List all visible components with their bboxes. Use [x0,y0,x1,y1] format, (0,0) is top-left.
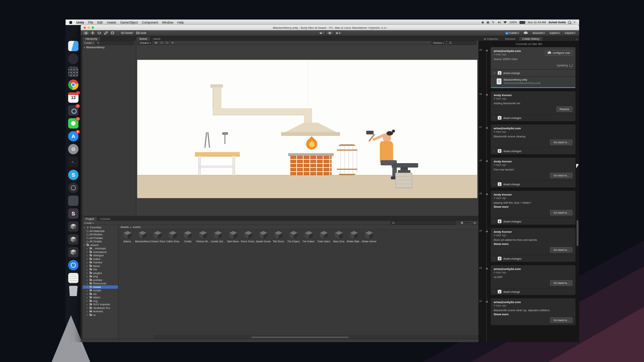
asset-changes-row[interactable]: ›1Asset change [491,180,575,187]
asset-changes-row[interactable]: ›6Asset changes [491,218,575,225]
commit-card[interactable]: arisa@unity3d.com4 days agoBlacksmith sc… [491,124,575,154]
foldout-arrow-icon[interactable]: ▸ [86,303,88,306]
commit-card[interactable]: Andy Keener4 days agoFire now fancier!Go… [491,158,575,187]
tree-folder-svg-importer[interactable]: ▸SVG Importer [83,303,118,306]
asset-changes-row[interactable]: ›1Asset change [491,288,575,295]
tree-favorite-all-prefabs[interactable]: All Prefabs [83,236,118,240]
foldout-arrow-icon[interactable]: ▸ [86,310,88,313]
wifi-icon[interactable] [504,21,507,24]
asset-changes-row[interactable]: ∨1Asset change [491,69,575,76]
tree-favorite-all-materials[interactable]: All Materials [83,229,118,233]
dock-icon-recorder[interactable] [68,183,78,193]
tab-project[interactable]: Project [83,217,97,221]
rect-tool-button[interactable] [109,31,116,35]
asset-item[interactable]: Main Menu [225,230,241,243]
go-back-to-button[interactable]: Go back to... [550,317,573,323]
hand-tool-button[interactable] [83,31,89,35]
commit-card[interactable]: Andy Keener4 days agoAdding blacksmith a… [491,91,575,121]
dock-icon-launchpad[interactable] [68,67,78,77]
chevron-right-icon[interactable]: › [494,150,496,152]
foldout-arrow-icon[interactable]: ▸ [86,265,88,267]
panel-menu-icon[interactable]: ≡ [576,38,578,41]
dock-icon-slack[interactable]: S [68,208,78,219]
menu-help[interactable]: Help [177,21,183,24]
dock-icon-finder[interactable] [68,41,78,51]
breadcrumb-folder[interactable]: rooms [133,225,141,229]
commit-card[interactable]: Andy Keener4 days agoMore art added for … [491,228,575,262]
dock-icon-messages[interactable]: 12 [68,118,78,129]
collab-button[interactable]: ▲ Collab ▾ [504,31,520,35]
foldout-arrow-icon[interactable]: ▸ [86,247,88,250]
project-search-input[interactable] [390,221,456,225]
scene-viewport[interactable] [136,45,478,216]
thumbnail-zoom-slider[interactable] [458,222,471,223]
asset-item[interactable]: Whale Walk... [346,230,361,243]
tree-folder-scripts[interactable]: ▸scripts [83,289,118,292]
menu-window[interactable]: Window [162,21,173,24]
foldout-arrow-icon[interactable]: ▾ [83,226,85,229]
tree-folder-png[interactable]: ▸png [83,275,118,278]
foldout-arrow-icon[interactable]: ▸ [86,254,88,257]
dock-icon-skype[interactable]: S [68,170,78,180]
tree-favorite-all-scripts[interactable]: All Scripts [83,240,118,243]
pause-button[interactable] [326,31,334,35]
layout-dropdown[interactable]: Layout▾ [563,31,577,35]
hierarchy-item-scene-root[interactable]: ▾ Blacksmithery [83,45,136,50]
commit-card[interactable]: arisa@unity3d.com4 days agoBlacksmith sc… [491,298,575,325]
rotation-toggle-button[interactable]: Local [135,31,148,35]
asset-item[interactable]: Bakery [120,230,135,243]
asset-item[interactable]: Coffee Shop [165,230,180,243]
asset-item[interactable]: Huddle Sch... [210,230,225,243]
foldout-arrow-icon[interactable]: ▸ [86,286,88,288]
asset-changes-row[interactable]: ›5Asset changes [491,147,575,154]
tree-folder-rooms[interactable]: ▸rooms [83,285,118,289]
go-back-to-button[interactable]: Go back to... [550,140,573,145]
dock-icon-system-preferences[interactable]: ⚙ [68,144,78,154]
foldout-arrow-icon[interactable]: ▾ [84,46,85,49]
chevron-right-icon[interactable]: › [494,117,496,119]
project-create-button[interactable]: Create ▾ [84,222,94,224]
notification-center-icon[interactable]: ≡ [574,21,575,24]
foldout-arrow-icon[interactable]: ▸ [86,296,88,299]
tab-console[interactable]: Console [97,217,113,221]
foldout-arrow-icon[interactable]: ▸ [86,314,88,316]
tree-folder-textures[interactable]: ▸textures [83,310,118,313]
gizmos-dropdown[interactable]: Gizmos▾ [431,41,446,45]
menu-component[interactable]: Component [142,21,158,24]
go-back-to-button[interactable]: Go back to... [550,173,573,178]
asset-item[interactable]: Credits [180,230,195,243]
scale-tool-button[interactable] [103,31,109,35]
dock-icon-unity-app-3[interactable] [68,247,78,257]
foldout-arrow-icon[interactable]: ▸ [86,293,88,295]
foldout-arrow-icon[interactable]: ▸ [86,289,88,292]
step-button[interactable]: ▶ [334,31,342,35]
chevron-right-icon[interactable]: › [494,183,496,186]
asset-item[interactable]: Splash Screen [256,230,271,243]
go-back-to-button[interactable]: Go back to... [550,247,573,253]
foldout-arrow-icon[interactable]: ▸ [86,275,88,278]
tab-scene[interactable]: Scene [136,37,150,41]
asset-item[interactable]: Fishing Vill... [195,230,210,243]
chevron-right-icon[interactable]: › [494,257,496,260]
toggle-2d-button[interactable]: 2D [154,41,158,45]
dock-icon-photo-booth[interactable]: 2 [68,105,78,116]
tree-favorite-all-models[interactable]: All Models [83,233,118,236]
window-title-bar[interactable]: Blacksmithery.unity - Burly Men at Seas2… [81,25,579,30]
project-scrollbar-thumb[interactable] [251,337,349,338]
tree-folder-prefabs[interactable]: ▸prefabs [83,278,118,282]
menu-gameobject[interactable]: GameObject [120,21,138,24]
menu-unity[interactable]: Unity [76,21,84,24]
breadcrumb-assets[interactable]: Assets [120,225,129,229]
asset-item[interactable]: Room Templ... [241,230,256,243]
foldout-arrow-icon[interactable]: ▸ [86,272,88,274]
tree-folder-svg[interactable]: ▸svg [83,299,118,303]
tree-folder-sfx[interactable]: ▸sfx [83,292,118,296]
configure-now-button[interactable]: configure now [545,50,573,56]
tree-folder-textmesh-pro[interactable]: ▸TextMesh Pro [83,306,118,310]
dock-icon-faded-app[interactable] [68,196,78,206]
tab-hierarchy[interactable]: Hierarchy [83,37,100,41]
pivot-toggle-button[interactable]: Center [120,31,134,35]
foldout-arrow-icon[interactable]: ▾ [83,244,85,246]
spotlight-search-icon[interactable] [568,21,571,24]
foldout-arrow-icon[interactable]: ▸ [86,268,88,271]
